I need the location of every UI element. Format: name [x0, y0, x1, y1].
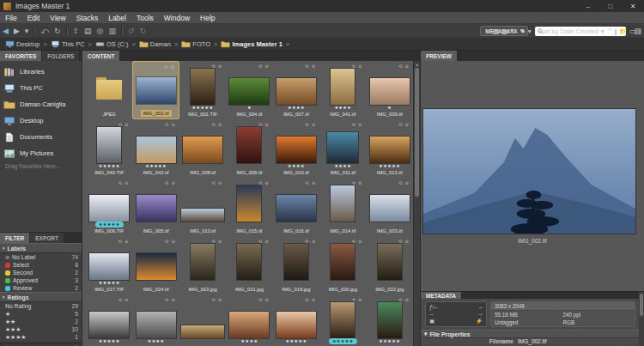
scrollbar-thumb[interactable] — [415, 68, 419, 197]
rating-stars[interactable] — [202, 163, 204, 169]
thumbnail-item[interactable]: ⟲ ⊘★★★★★ — [319, 294, 366, 346]
thumbnail-item[interactable]: ⟲ ⊘ — [179, 294, 226, 346]
rating-stars[interactable] — [295, 280, 297, 286]
rating-stars[interactable]: ★★★★ — [241, 338, 258, 344]
get-photos-icon[interactable]: ⇪ — [70, 27, 82, 35]
thumbnail-item[interactable]: ⟲ ⊘★★★★IMG_007.tif — [273, 61, 319, 119]
breadcrumb-item[interactable]: Daman — [137, 40, 173, 48]
rating-stars[interactable]: ★★★★★ — [379, 338, 400, 344]
rating-stars[interactable] — [155, 104, 157, 110]
filter-row[interactable]: ★★2 — [0, 318, 82, 325]
rating-stars[interactable] — [249, 222, 251, 228]
rating-stars[interactable]: ★★★★★ — [192, 105, 214, 111]
thumbnail-item[interactable]: ⟲ ⊘ IMG_024.tif — [132, 236, 179, 294]
thumbnail-item[interactable]: ⟲ ⊘ IMG_014.tif — [319, 178, 366, 236]
thumbnail-item[interactable]: ⟲ ⊘★IMG_039.tif — [367, 61, 413, 119]
filter-row[interactable]: Second2 — [0, 269, 82, 276]
rating-stars[interactable] — [249, 163, 251, 169]
rating-stars[interactable]: ★★★★ — [334, 105, 351, 111]
rating-stars[interactable] — [202, 222, 204, 228]
thumbnail-item[interactable]: ⟲ ⊘★★★★★IMG_001.TIF — [179, 61, 226, 119]
tab-content[interactable]: CONTENT — [82, 51, 120, 61]
thumbnail-item[interactable]: ⟲ ⊘★★★★★IMG_042.tif — [132, 119, 179, 178]
rotate-right-icon[interactable]: ↻ — [137, 27, 149, 35]
rating-stars[interactable]: ★★★★★ — [99, 280, 120, 286]
filter-section-header[interactable]: ▾Labels — [0, 243, 82, 253]
minimize-button[interactable]: – — [577, 0, 599, 12]
thumbnail-item[interactable]: ⟲ ⊘ IMG_008.tif — [179, 119, 226, 178]
tab-folders[interactable]: FOLDERS — [42, 51, 80, 61]
rating-stars[interactable] — [342, 280, 343, 286]
back-icon[interactable]: ◀ — [0, 27, 11, 35]
thumbnail-item[interactable]: ⟲ ⊘ IMG_009.tif — [226, 119, 272, 178]
new-folder-icon[interactable]: 📁 — [619, 27, 627, 35]
nav-dropdown-icon[interactable]: ▾ — [22, 27, 32, 35]
thumbnail-item[interactable]: ⟲ ⊘ IMG_020.jpg — [319, 236, 366, 294]
rating-stars[interactable] — [342, 222, 343, 228]
metadata-scrollbar[interactable] — [639, 292, 644, 346]
filter-row[interactable]: ★★★10 — [0, 325, 82, 333]
breadcrumb-item[interactable]: This PC — [49, 40, 87, 48]
thumbnail-item[interactable]: ⟲ ⊘ IMG_023.jpg — [179, 236, 226, 294]
breadcrumb-item[interactable]: Desktop — [3, 40, 42, 48]
rating-stars[interactable]: ★★★★★ — [99, 163, 120, 169]
thumbnail-item[interactable]: ⟲ ⊘★★★★ — [226, 294, 272, 346]
rating-stars[interactable]: ★★★★★ — [99, 338, 120, 344]
thumbnail-item[interactable]: ⟲ ⊘★★★★★ — [273, 294, 319, 346]
thumbnail-item[interactable]: ⟲ ⊘★★★★★IMG_012.tif — [367, 119, 413, 178]
rating-stars[interactable]: ★ — [387, 105, 392, 111]
rating-stars[interactable] — [389, 280, 391, 286]
rating-stars[interactable]: ★★★★★ — [285, 338, 307, 344]
thumbnail-item[interactable]: ⟲ ⊘★★★★ — [132, 294, 179, 346]
rating-stars[interactable]: ★★★★★ — [379, 163, 400, 169]
breadcrumb-item[interactable]: FOTO — [179, 40, 212, 48]
menu-window[interactable]: Window — [159, 14, 195, 22]
thumbnail-item[interactable]: ⟲ ⊘ IMG_013.tif — [179, 178, 226, 236]
sidebar-item-libraries[interactable]: Libraries — [3, 64, 82, 80]
menu-label[interactable]: Label — [103, 14, 131, 22]
content-scrollbar[interactable]: ▲ ▼ — [413, 61, 420, 346]
rating-stars[interactable] — [295, 222, 297, 228]
rating-stars[interactable] — [389, 222, 391, 228]
sort-dropdown-icon[interactable]: ▾ — [601, 27, 605, 35]
menu-stacks[interactable]: Stacks — [71, 14, 104, 22]
breadcrumb-item[interactable]: Images Master 1 — [219, 40, 283, 48]
filter-row[interactable]: ★★★★1 — [0, 333, 82, 341]
filter-section-header[interactable]: ▾Ratings — [0, 292, 82, 302]
rating-stars[interactable]: ★★★★ — [148, 338, 165, 344]
thumbnail-item[interactable]: ⟲ ⊘★★★★★ — [367, 294, 413, 346]
tab-metadata[interactable]: METADATA — [421, 292, 462, 299]
filter-row[interactable]: Approved3 — [0, 276, 82, 284]
thumbnail-item[interactable]: ⟲ ⊘ IMG_016.tif — [273, 178, 319, 236]
star-filter-icon[interactable]: ★ ▾ — [520, 27, 532, 35]
thumbnail-item[interactable]: ⟲ ⊘★★★★★IMG_017.TIF — [86, 236, 132, 294]
filter-row[interactable]: ★5 — [0, 310, 82, 318]
maximize-button[interactable]: □ — [599, 0, 622, 12]
sort-direction-icon[interactable]: ⌃ — [607, 27, 612, 35]
rating-stars[interactable]: ★★★★★ — [329, 338, 357, 344]
menu-file[interactable]: File — [0, 14, 22, 22]
tab-export[interactable]: EXPORT — [30, 233, 64, 243]
thumbnail-item[interactable]: ⟲ ⊘ IMG_021.jpg — [226, 236, 272, 294]
rating-stars[interactable] — [155, 222, 157, 228]
view-dropdown-icon[interactable]: ▾ — [510, 27, 513, 35]
sidebar-item-this-pc[interactable]: This PC — [3, 80, 82, 96]
rating-stars[interactable]: ★ — [247, 105, 252, 111]
menu-view[interactable]: View — [45, 14, 70, 22]
thumbnail-item[interactable]: ⟲ ⊘★★★★★ — [86, 294, 132, 346]
rating-stars[interactable]: ★★★★★ — [145, 163, 167, 169]
rotate-left-icon[interactable]: ↺ — [125, 27, 137, 35]
thumbnail-grid2-icon[interactable]: ▦ — [501, 27, 507, 35]
tab-favorites[interactable]: FAVORITES — [0, 51, 42, 61]
rating-stars[interactable] — [108, 105, 110, 111]
tab-filter[interactable]: FILTER — [0, 233, 30, 243]
open-folder-icon[interactable]: ▭ — [629, 27, 635, 35]
thumbnail-item[interactable]: ⟲ ⊘ IMG_003.tif — [367, 178, 413, 236]
tab-preview[interactable]: PREVIEW — [421, 51, 458, 61]
rating-stars[interactable]: ★★★★★ — [95, 222, 124, 228]
folder-item[interactable]: JPEG — [86, 61, 132, 119]
scroll-up-icon[interactable]: ▲ — [414, 61, 420, 68]
sidebar-item-my-pictures[interactable]: My Pictures — [3, 145, 82, 161]
filter-row[interactable]: Review2 — [0, 284, 82, 292]
thumbnail-item[interactable]: ⟲ ⊘★IMG_004.tif — [226, 61, 272, 119]
